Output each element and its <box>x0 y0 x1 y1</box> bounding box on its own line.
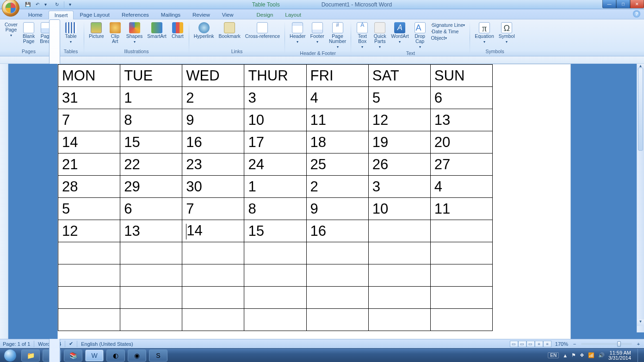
zoom-level[interactable]: 170% <box>555 341 568 347</box>
smartart-button[interactable]: SmartArt <box>145 21 168 40</box>
table-cell[interactable]: 25 <box>306 153 368 176</box>
clip-art-button[interactable]: Clip Art <box>107 21 124 45</box>
table-cell[interactable] <box>244 242 306 264</box>
hyperlink-button[interactable]: Hyperlink <box>192 21 216 40</box>
table-cell[interactable]: 15 <box>120 131 182 153</box>
qat-customize-icon[interactable]: ▾ <box>69 2 74 7</box>
tab-design[interactable]: Design <box>250 10 279 19</box>
table-cell[interactable]: 8 <box>244 198 306 220</box>
task-eclipse[interactable]: ◐ <box>106 350 125 362</box>
table-cell[interactable]: 13 <box>120 220 182 242</box>
table-cell[interactable]: 12 <box>368 109 430 131</box>
table-row[interactable] <box>58 287 493 309</box>
header-cell[interactable]: MON <box>58 65 120 87</box>
table-cell[interactable]: 3 <box>368 176 430 198</box>
table-cell[interactable] <box>182 309 244 331</box>
task-libraries[interactable]: 📚 <box>64 350 82 362</box>
full-screen-view-button[interactable]: ▭ <box>518 341 526 347</box>
help-icon[interactable]: ? <box>633 10 640 18</box>
equation-button[interactable]: Equation <box>473 21 495 45</box>
table-cell[interactable]: 8 <box>120 109 182 131</box>
table-cell[interactable] <box>244 309 306 331</box>
table-cell[interactable] <box>368 264 430 287</box>
symbol-button[interactable]: Symbol <box>497 21 517 45</box>
table-cell[interactable] <box>120 242 182 264</box>
table-cell[interactable]: 31 <box>58 87 120 109</box>
tab-references[interactable]: References <box>116 10 155 19</box>
table-row[interactable] <box>58 242 493 264</box>
table-cell[interactable] <box>368 287 430 309</box>
table-cell[interactable] <box>244 287 306 309</box>
cover-page-button[interactable]: Cover Page <box>3 21 19 39</box>
redo-icon[interactable]: ↻ <box>54 2 59 7</box>
table-row[interactable] <box>58 309 493 331</box>
picture-button[interactable]: Picture <box>87 21 106 40</box>
tray-volume-icon[interactable]: 🔊 <box>598 352 605 358</box>
web-layout-view-button[interactable]: ▭ <box>526 341 535 347</box>
vertical-scrollbar[interactable]: ▲ ▼ <box>637 64 644 332</box>
table-cell[interactable]: 18 <box>306 131 368 153</box>
table-cell[interactable] <box>306 242 368 264</box>
table-row[interactable]: MONTUEWEDTHURFRISATSUN <box>58 65 493 87</box>
table-cell[interactable] <box>430 220 492 242</box>
table-cell[interactable] <box>430 242 492 264</box>
object-button[interactable]: Object <box>431 35 447 41</box>
tab-home[interactable]: Home <box>22 10 49 19</box>
task-word[interactable]: W <box>85 350 104 362</box>
table-cell[interactable] <box>244 264 306 287</box>
save-icon[interactable]: 💾 <box>25 2 30 7</box>
table-cell[interactable] <box>182 264 244 287</box>
table-cell[interactable]: 16 <box>182 131 244 153</box>
vertical-ruler[interactable] <box>0 64 8 339</box>
table-cell[interactable]: 14 <box>182 220 244 242</box>
horizontal-ruler[interactable] <box>0 56 644 64</box>
task-chrome[interactable]: ◉ <box>128 350 146 362</box>
table-cell[interactable]: 3 <box>244 87 306 109</box>
header-cell[interactable]: SUN <box>430 65 492 87</box>
table-cell[interactable]: 10 <box>244 109 306 131</box>
table-cell[interactable]: 10 <box>368 198 430 220</box>
tab-mailings[interactable]: Mailings <box>155 10 186 19</box>
zoom-slider[interactable] <box>581 343 632 345</box>
calendar-table[interactable]: MONTUEWEDTHURFRISATSUN311234567891011121… <box>58 64 493 331</box>
table-cell[interactable] <box>58 309 120 331</box>
signature-line-button[interactable]: Signature Line <box>431 22 465 28</box>
input-language[interactable]: EN <box>548 352 559 358</box>
outline-view-button[interactable]: ≡ <box>535 341 543 347</box>
table-cell[interactable]: 20 <box>430 131 492 153</box>
table-cell[interactable]: 1 <box>120 87 182 109</box>
page-1[interactable]: MONTUEWEDTHURFRISATSUN311234567891011121… <box>57 64 571 339</box>
table-cell[interactable]: 19 <box>368 131 430 153</box>
table-row[interactable] <box>58 264 493 287</box>
page-indicator[interactable]: Page: 1 of 1 <box>3 341 30 347</box>
table-cell[interactable]: 16 <box>306 220 368 242</box>
table-cell[interactable]: 15 <box>244 220 306 242</box>
table-cell[interactable] <box>430 264 492 287</box>
table-cell[interactable]: 30 <box>182 176 244 198</box>
table-cell[interactable] <box>430 309 492 331</box>
scroll-thumb[interactable] <box>638 67 643 151</box>
header-cell[interactable]: TUE <box>120 65 182 87</box>
blank-page-button[interactable]: Blank Page <box>20 21 37 45</box>
table-cell[interactable] <box>182 287 244 309</box>
tab-page-layout[interactable]: Page Layout <box>74 10 116 19</box>
table-cell[interactable] <box>368 242 430 264</box>
table-cell[interactable]: 11 <box>430 198 492 220</box>
date-time-button[interactable]: Date & Time <box>431 29 459 34</box>
draft-view-button[interactable]: ≡ <box>543 341 551 347</box>
zoom-out-button[interactable]: − <box>572 341 577 347</box>
table-row[interactable]: 31123456 <box>58 87 493 109</box>
proofing-icon[interactable]: ✔ <box>69 341 73 347</box>
print-layout-view-button[interactable]: ▭ <box>510 341 518 347</box>
table-cell[interactable]: 12 <box>58 220 120 242</box>
table-cell[interactable]: 17 <box>244 131 306 153</box>
chart-button[interactable]: Chart <box>169 21 186 40</box>
language-indicator[interactable]: English (United States) <box>81 341 133 347</box>
tray-wifi-icon[interactable]: 📶 <box>588 352 594 358</box>
tab-review[interactable]: Review <box>186 10 216 19</box>
scroll-down-icon[interactable]: ▼ <box>637 319 644 326</box>
table-cell[interactable] <box>306 264 368 287</box>
table-cell[interactable]: 24 <box>244 153 306 176</box>
start-button[interactable] <box>2 350 19 362</box>
table-cell[interactable]: 26 <box>368 153 430 176</box>
